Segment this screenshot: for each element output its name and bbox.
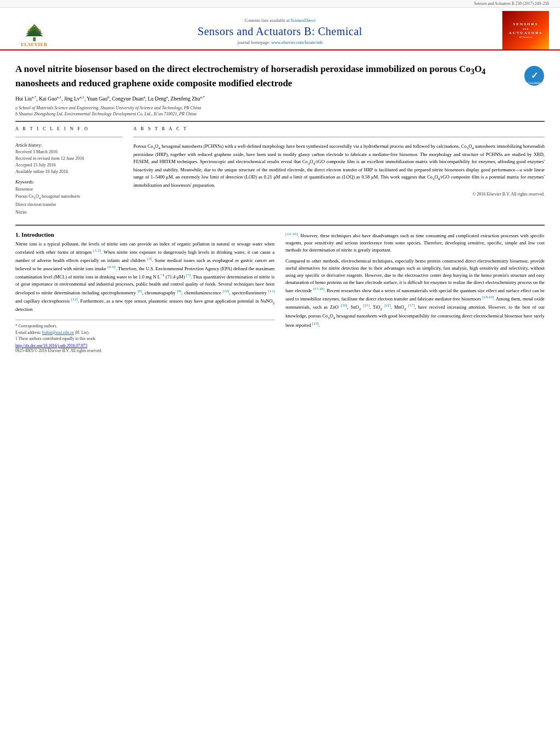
abstract-divider bbox=[133, 137, 545, 137]
abstract-label: A B S T R A C T bbox=[133, 126, 545, 131]
article-info-label: A R T I C L E I N F O bbox=[15, 126, 122, 131]
body-col-left: 1. Introduction Nitrite ions is a typica… bbox=[15, 231, 275, 353]
article-title: A novel nitrite biosensor based on the d… bbox=[15, 63, 518, 90]
history-label: Article history: bbox=[15, 143, 122, 148]
page: Sensors and Actuators B 238 (2017) 249–2… bbox=[0, 0, 560, 742]
abstract-col: A B S T R A C T Porous Co3O4 hexagonal n… bbox=[133, 126, 545, 221]
divider-top bbox=[15, 121, 545, 122]
footnote-equal: 1 These authors contributed equally to t… bbox=[15, 336, 275, 342]
keyword-electron-transfer: Direct electron transfer bbox=[15, 201, 122, 209]
footnote-email: E-mail address: liuhui@sust.edu.cn (H. L… bbox=[15, 330, 275, 336]
affiliation-a: a School of Materials Science and Engine… bbox=[15, 105, 545, 110]
footnote-corresponding: * Corresponding authors. bbox=[15, 323, 275, 329]
citation-bar: Sensors and Actuators B 238 (2017) 249–2… bbox=[0, 0, 560, 8]
keywords-label: Keywords: bbox=[15, 180, 122, 185]
svg-point-5 bbox=[38, 29, 41, 31]
body-col-right: [13–16]. However, these techniques also … bbox=[285, 231, 545, 353]
available-date: Available online 16 July 2016 bbox=[15, 169, 122, 175]
svg-rect-0 bbox=[33, 37, 36, 41]
sensors-actuators-logo: SENSORSandACTUATORS B Chemical bbox=[502, 11, 549, 49]
sensors-logo-sub: B Chemical bbox=[519, 36, 533, 38]
info-divider bbox=[15, 137, 122, 137]
journal-title: Sensors and Actuators B: Chemical bbox=[58, 25, 502, 38]
intro-heading: 1. Introduction bbox=[15, 231, 275, 238]
doi-anchor[interactable]: http://dx.doi.org/10.1016/j.snb.2016.07.… bbox=[15, 343, 87, 348]
sensors-logo-text: SENSORSandACTUATORS bbox=[509, 22, 542, 35]
contents-line: Contents lists available at ScienceDirec… bbox=[58, 18, 502, 23]
issn-line: 0925-4005/© 2016 Elsevier B.V. All right… bbox=[15, 348, 275, 353]
doi-link: http://dx.doi.org/10.1016/j.snb.2016.07.… bbox=[15, 343, 275, 348]
article-history: Article history: Received 3 March 2016 R… bbox=[15, 143, 122, 175]
svg-text:CrossMark: CrossMark bbox=[528, 81, 541, 85]
revised-date: Received in revised form 12 June 2016 bbox=[15, 155, 122, 162]
intro-para2: [13–16]. However, these techniques also … bbox=[285, 231, 545, 254]
keyword-biosensor: Biosensor bbox=[15, 186, 122, 193]
keyword-nitrite: Nitrite bbox=[15, 209, 122, 216]
crossmark-logo: ✓ CrossMark bbox=[524, 65, 545, 86]
accepted-date: Accepted 15 July 2016 bbox=[15, 162, 122, 169]
keyword-nanosheets: Porous Co3O4 hexagonal nanosheets bbox=[15, 193, 122, 201]
journal-center: Contents lists available at ScienceDirec… bbox=[58, 18, 502, 49]
affiliation-b: b Shaanxi Zhongsheng Ltd. Environmental … bbox=[15, 111, 545, 116]
main-content: A novel nitrite biosensor based on the d… bbox=[0, 51, 560, 361]
abstract-text: Porous Co3O4 hexagonal nanosheets (PCHNS… bbox=[133, 143, 545, 189]
journal-header: ELSEVIER Contents lists available at Sci… bbox=[0, 8, 560, 51]
sciencedirect-link[interactable]: ScienceDirect bbox=[291, 18, 316, 23]
citation-text: Sensors and Actuators B 238 (2017) 249–2… bbox=[474, 1, 549, 6]
received-date: Received 3 March 2016 bbox=[15, 149, 122, 155]
footnote-section: * Corresponding authors. E-mail address:… bbox=[15, 320, 275, 353]
elsevier-text: ELSEVIER bbox=[21, 42, 47, 47]
journal-homepage: journal homepage: www.elsevier.com/locat… bbox=[58, 40, 502, 45]
divider-body bbox=[15, 225, 545, 226]
homepage-link[interactable]: www.elsevier.com/locate/snb bbox=[271, 40, 323, 45]
intro-para3: Compared to other methods, electrochemic… bbox=[285, 258, 545, 330]
keywords-group: Keywords: Biosensor Porous Co3O4 hexagon… bbox=[15, 180, 122, 216]
svg-point-4 bbox=[28, 29, 30, 31]
article-info-col: A R T I C L E I N F O Article history: R… bbox=[15, 126, 122, 221]
article-title-section: A novel nitrite biosensor based on the d… bbox=[15, 63, 545, 90]
elsevier-logo: ELSEVIER bbox=[11, 19, 58, 49]
svg-point-6 bbox=[33, 25, 35, 27]
info-abstract-section: A R T I C L E I N F O Article history: R… bbox=[15, 126, 545, 221]
elsevier-tree-icon bbox=[22, 23, 47, 42]
copyright-line: © 2016 Elsevier B.V. All rights reserved… bbox=[133, 192, 545, 197]
svg-text:✓: ✓ bbox=[531, 71, 538, 80]
authors-line: Hui Liua,*, Kai Guoa,1, Jing Lva,1, Yuan… bbox=[15, 95, 545, 102]
body-two-col: 1. Introduction Nitrite ions is a typica… bbox=[15, 231, 545, 353]
intro-para1: Nitrite ions is a typical pollutant, the… bbox=[15, 241, 275, 313]
email-link[interactable]: liuhui@sust.edu.cn bbox=[42, 330, 74, 335]
